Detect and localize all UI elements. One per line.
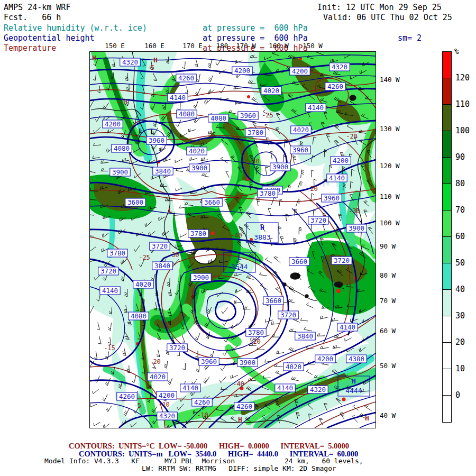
right-axis-label-5: 90 W — [380, 242, 396, 250]
colorbar-cell-4 — [443, 158, 451, 184]
colorbar-cell-7 — [443, 237, 451, 263]
temp-contour-label: -25 — [139, 254, 150, 261]
height-contour-label: 4320 — [122, 58, 138, 66]
colorbar-cell-2 — [443, 105, 451, 131]
height-contour-label: 3960 — [240, 112, 256, 120]
height-contour-label: 4140 — [102, 287, 118, 295]
temp-contour-label: -40 — [231, 232, 242, 239]
pressure-center-marker-H: H — [238, 416, 242, 424]
height-contour-label: 4020 — [135, 280, 151, 288]
temp-contour-label: -15 — [104, 344, 115, 352]
model-info-line1: Model Info: V4.3.3 KF MYJ PBL Morrison 2… — [44, 457, 363, 465]
valid-time: Valid: 06 UTC Thu 02 Oct 25 — [323, 13, 452, 23]
height-contour-label: 4200 — [317, 355, 333, 363]
colorbar-tick-90: 90 — [455, 152, 465, 162]
right-axis-label-6: 80 W — [380, 271, 396, 279]
height-contour-label: 3720 — [310, 216, 326, 224]
colorbar-tick-80: 80 — [455, 179, 465, 188]
temp-contour-label: -20 — [249, 338, 261, 345]
pressure-center-marker-L: L — [168, 206, 172, 214]
colorbar-tick-0: 0 — [455, 390, 460, 400]
colorbar-cell-0 — [443, 52, 451, 78]
height-contour-label: 3840 — [155, 167, 171, 175]
height-contour-label: 3660 — [291, 258, 307, 266]
height-contour-label: 3960 — [324, 194, 340, 202]
model-info-line2: LW: RRTM SW: RRTMG DIFF: simple KM: 2D S… — [142, 464, 336, 472]
map-canvas: 4320426041404080408042003960408040203900… — [90, 52, 376, 428]
field-3-label: Temperature — [4, 43, 56, 53]
right-axis-label-3: 110 W — [380, 193, 400, 200]
height-contour-label: 3900 — [349, 224, 364, 232]
height-contour-label: 4260 — [178, 74, 194, 82]
extremum-value: 3544 — [231, 263, 248, 271]
colorbar-cell-10 — [443, 316, 451, 343]
height-contour-label: 3900 — [272, 163, 288, 171]
height-contour-label: 4140 — [277, 384, 293, 392]
smoothing-note: sm= 2 — [398, 33, 422, 43]
colorbar-tick-60: 60 — [455, 232, 465, 241]
extremum-value: 3883 — [254, 233, 270, 241]
height-contour-label: 4320 — [159, 412, 175, 420]
colorbar-cell-13 — [443, 396, 451, 422]
top-axis-label-5: 160 W — [269, 42, 289, 50]
colorbar-cell-11 — [443, 343, 451, 369]
colorbar-cell-1 — [443, 78, 451, 105]
colorbar-tick-110: 110 — [455, 99, 470, 109]
height-contour-label: 4320 — [332, 63, 347, 71]
colorbar-cell-5 — [443, 184, 451, 210]
pressure-center-marker-L: L — [139, 127, 143, 135]
model-title: AMPS 24-km WRF — [4, 3, 70, 13]
temp-contour-label: -30 — [349, 207, 360, 215]
height-contour-label: 3780 — [248, 129, 263, 136]
height-contour-label: 4260 — [236, 402, 252, 410]
height-contour-label: 3900 — [191, 164, 207, 172]
height-contour-label: 3720 — [100, 267, 116, 275]
colorbar-tick-100: 100 — [455, 126, 470, 135]
height-contour-label: 4080 — [179, 110, 195, 118]
temp-contour-label: -5 — [147, 64, 154, 71]
colorbar-cell-9 — [443, 290, 451, 316]
top-axis-label-1: 160 E — [144, 42, 164, 50]
right-axis-label-7: 70 W — [380, 297, 396, 305]
top-axis-label-4: 170 W — [236, 42, 256, 50]
temp-contour-label: -20 — [346, 133, 358, 140]
height-contour-label: 4200 — [292, 67, 308, 75]
colorbar-tick-120: 120 — [455, 73, 470, 83]
pressure-center-marker-H: H — [365, 414, 369, 422]
colorbar-tick-50: 50 — [455, 258, 465, 268]
temp-contour-label: -5 — [134, 402, 141, 409]
height-contour-label: 4140 — [308, 104, 324, 112]
height-contour-label: 3720 — [169, 344, 185, 352]
temp-contour-label: -10 — [116, 98, 127, 106]
field-1-level: at pressure = 600 hPa — [203, 23, 308, 33]
colorbar-cell-3 — [443, 131, 451, 158]
height-contour-label: 3960 — [201, 358, 217, 365]
height-contour-label: 4200 — [159, 391, 175, 399]
right-axis-label-4: 100 W — [380, 219, 400, 227]
height-contour-label: 4140 — [340, 323, 355, 331]
height-contour-label: 4140 — [329, 174, 345, 182]
height-contour-label: 4080 — [131, 312, 147, 320]
top-axis-label-0: 150 E — [105, 42, 125, 50]
height-contour-label: 4020 — [293, 126, 309, 134]
height-contour-label: 3900 — [193, 273, 209, 281]
field-1-label: Relative humidity (w.r.t. ice) — [4, 23, 147, 33]
colorbar-unit: % — [454, 47, 459, 56]
height-contour-label: 4200 — [234, 67, 250, 75]
colorbar-cell-8 — [443, 263, 451, 290]
height-contour-label: 3900 — [240, 359, 255, 367]
height-contour-label: 3780 — [109, 249, 125, 257]
temp-contour-label: -20 — [306, 185, 318, 193]
height-contour-label: 3720 — [152, 242, 168, 250]
colorbar-cell-12 — [443, 369, 451, 396]
height-contour-label: 3720 — [334, 257, 350, 264]
extremum-letter: L — [237, 253, 242, 261]
temp-contour-label: -25 — [262, 112, 273, 119]
top-axis-label-6: 150 W — [303, 42, 323, 50]
height-contour-label: 4260 — [327, 83, 343, 90]
temp-contour-label: -10 — [158, 401, 170, 408]
pressure-center-marker-H: H — [92, 54, 96, 62]
forecast-hour: Fcst. 66 h — [4, 13, 61, 23]
height-contour-label: 4200 — [105, 120, 121, 128]
pressure-center-marker-H: H — [153, 56, 158, 64]
